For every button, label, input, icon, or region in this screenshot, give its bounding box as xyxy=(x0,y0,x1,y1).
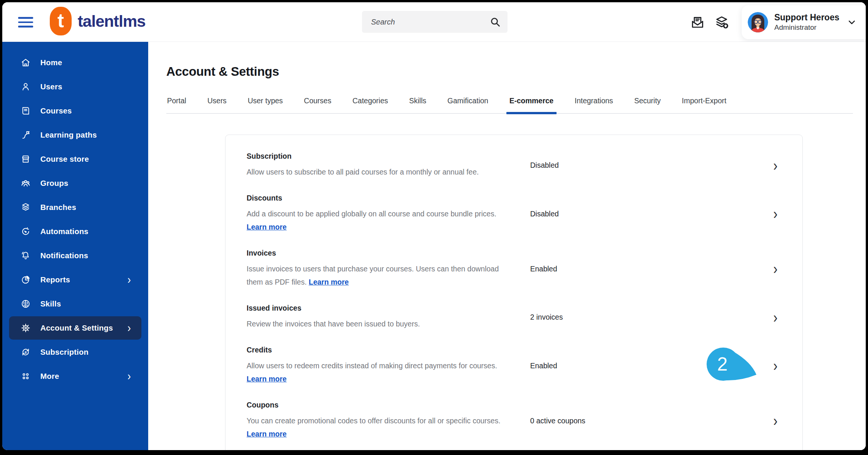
sidebar-item-courses[interactable]: Courses xyxy=(9,99,141,123)
tab-skills[interactable]: Skills xyxy=(408,97,427,113)
settings-row-issued-invoices[interactable]: Issued invoicesReview the invoices that … xyxy=(247,304,778,331)
sidebar-item-label: Branches xyxy=(40,203,76,212)
settings-card: SubscriptionAllow users to subscribe to … xyxy=(225,135,803,450)
page-title: Account & Settings xyxy=(166,64,853,79)
sidebar-item-subscription[interactable]: $Subscription xyxy=(9,340,141,364)
app-window: t talentlms xyxy=(2,2,866,450)
main-content: Account & Settings PortalUsersUser types… xyxy=(148,42,866,450)
learn-more-link[interactable]: Learn more xyxy=(309,278,349,286)
sidebar-item-label: Notifications xyxy=(40,251,88,260)
sidebar-item-label: Subscription xyxy=(40,348,89,357)
sidebar-item-account-settings[interactable]: Account & Settings› xyxy=(9,316,141,340)
tab-integrations[interactable]: Integrations xyxy=(574,97,614,113)
setting-value: Enabled xyxy=(530,362,773,370)
sidebar-item-users[interactable]: Users xyxy=(9,75,141,98)
setting-description: Review the invoices that have been issue… xyxy=(247,317,503,331)
hamburger-bar xyxy=(18,21,33,23)
setting-title: Invoices xyxy=(247,249,503,257)
search-icon[interactable] xyxy=(489,15,501,28)
settings-row-invoices[interactable]: InvoicesIssue invoices to users that pur… xyxy=(247,249,778,289)
tab-security[interactable]: Security xyxy=(633,97,661,113)
brand[interactable]: t talentlms xyxy=(50,7,146,35)
chevron-right-icon[interactable]: › xyxy=(773,261,778,277)
settings-row-coupons[interactable]: CouponsYou can create promotional codes … xyxy=(247,401,778,441)
setting-text: CouponsYou can create promotional codes … xyxy=(247,401,503,441)
chevron-down-icon[interactable] xyxy=(839,17,857,28)
sidebar-item-label: Users xyxy=(40,82,62,91)
chevron-right-icon[interactable]: › xyxy=(773,206,778,222)
setting-title: Coupons xyxy=(247,401,503,409)
chevron-right-icon[interactable]: › xyxy=(773,413,778,429)
tab-categories[interactable]: Categories xyxy=(352,97,389,113)
sidebar-item-notifications[interactable]: Notifications xyxy=(9,244,141,267)
setting-value: Disabled xyxy=(530,161,773,170)
learn-more-link[interactable]: Learn more xyxy=(247,223,287,231)
setting-text: DiscountsAdd a discount to be applied gl… xyxy=(247,194,503,234)
learn-more-link[interactable]: Learn more xyxy=(247,375,287,383)
sidebar: HomeUsersCoursesLearning pathsCourse sto… xyxy=(2,42,148,450)
layers-pin-icon[interactable] xyxy=(713,14,730,31)
sidebar-item-home[interactable]: Home xyxy=(9,51,141,74)
gear-icon xyxy=(20,323,31,333)
sidebar-item-groups[interactable]: Groups xyxy=(9,172,141,195)
home-icon xyxy=(20,57,31,68)
inbox-icon[interactable] xyxy=(689,14,706,31)
learn-more-link[interactable]: Learn more xyxy=(247,430,287,438)
notifications-icon xyxy=(20,250,31,261)
more-icon xyxy=(20,371,31,381)
tab-portal[interactable]: Portal xyxy=(166,97,187,113)
sidebar-item-label: Courses xyxy=(40,106,72,115)
setting-text: SubscriptionAllow users to subscribe to … xyxy=(247,152,503,179)
settings-row-subscription[interactable]: SubscriptionAllow users to subscribe to … xyxy=(247,152,778,179)
sidebar-item-course-store[interactable]: Course store xyxy=(9,147,141,171)
hamburger-menu-button[interactable] xyxy=(18,15,35,30)
sidebar-item-label: Course store xyxy=(40,155,89,164)
chevron-right-icon: › xyxy=(127,322,131,334)
user-menu[interactable]: Support Heroes Administrator xyxy=(742,5,866,39)
tab-user-types[interactable]: User types xyxy=(247,97,284,113)
topbar: t talentlms xyxy=(2,2,866,42)
settings-row-discounts[interactable]: DiscountsAdd a discount to be applied gl… xyxy=(247,194,778,234)
tab-courses[interactable]: Courses xyxy=(303,97,332,113)
tab-import-export[interactable]: Import-Export xyxy=(681,97,727,113)
chevron-right-icon: › xyxy=(127,370,131,382)
hamburger-bar xyxy=(18,26,33,28)
user-info: Support Heroes Administrator xyxy=(774,12,839,32)
setting-title: Issued invoices xyxy=(247,304,503,313)
setting-description: Add a discount to be applied globally on… xyxy=(247,207,503,234)
courses-icon xyxy=(20,106,31,116)
sidebar-item-more[interactable]: More› xyxy=(9,365,141,388)
setting-description: Allow users to redeem credits instead of… xyxy=(247,359,503,386)
setting-description: You can create promotional codes to offe… xyxy=(247,414,503,441)
setting-text: Issued invoicesReview the invoices that … xyxy=(247,304,503,331)
sidebar-item-skills[interactable]: Skills xyxy=(9,292,141,316)
user-role: Administrator xyxy=(774,23,839,32)
sidebar-item-label: Learning paths xyxy=(40,130,97,139)
sidebar-item-label: Home xyxy=(40,58,62,67)
sidebar-item-label: Groups xyxy=(40,179,68,188)
setting-value: Disabled xyxy=(530,210,773,218)
avatar xyxy=(748,12,768,32)
setting-text: InvoicesIssue invoices to users that pur… xyxy=(247,249,503,289)
tab-users[interactable]: Users xyxy=(207,97,227,113)
learning-paths-icon xyxy=(20,130,31,140)
setting-description: Issue invoices to users that purchase yo… xyxy=(247,262,503,289)
sidebar-item-learning-paths[interactable]: Learning paths xyxy=(9,123,141,147)
brand-wordmark: talentlms xyxy=(78,12,146,31)
sidebar-item-label: More xyxy=(40,372,59,381)
tab-e-commerce[interactable]: E-commerce xyxy=(509,97,554,113)
setting-value: Enabled xyxy=(530,265,773,273)
hamburger-bar xyxy=(18,17,33,19)
chevron-right-icon[interactable]: › xyxy=(773,158,778,173)
search-input[interactable] xyxy=(370,17,489,27)
sidebar-item-reports[interactable]: Reports› xyxy=(9,268,141,291)
chevron-right-icon[interactable]: › xyxy=(773,309,778,325)
tab-gamification[interactable]: Gamification xyxy=(447,97,489,113)
sidebar-item-label: Account & Settings xyxy=(40,323,113,332)
sidebar-item-branches[interactable]: Branches xyxy=(9,196,141,219)
automations-icon xyxy=(20,226,31,237)
settings-row-credits[interactable]: CreditsAllow users to redeem credits ins… xyxy=(247,346,778,386)
sidebar-item-label: Reports xyxy=(40,275,70,284)
chevron-right-icon[interactable]: › xyxy=(773,358,778,374)
sidebar-item-automations[interactable]: Automations xyxy=(9,220,141,243)
